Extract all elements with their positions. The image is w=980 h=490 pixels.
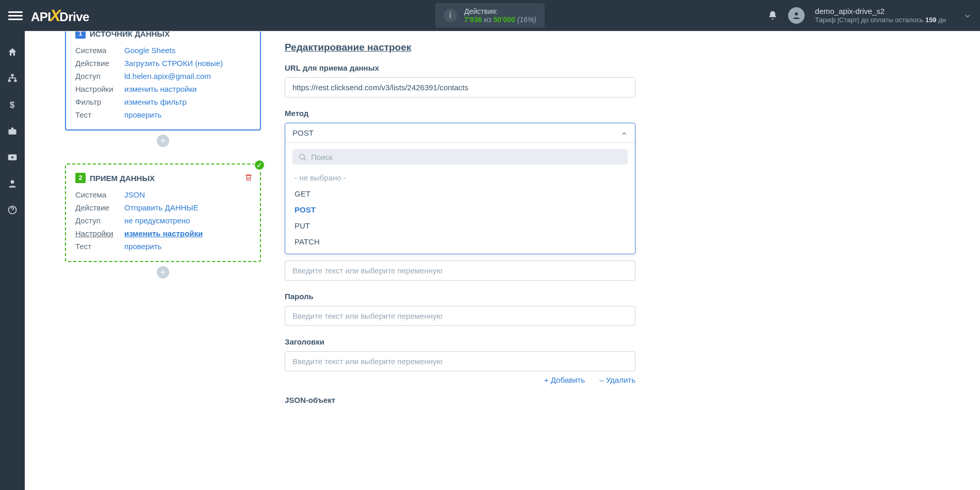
- info-icon: i: [444, 9, 457, 22]
- header: APIXDrive i Действия: 7'936 из 50'000 (1…: [0, 0, 980, 31]
- briefcase-icon[interactable]: [7, 124, 18, 136]
- delete-header-button[interactable]: – Удалить: [599, 375, 635, 384]
- svg-rect-5: [9, 129, 17, 134]
- dest-access[interactable]: не предусмотрено: [124, 216, 190, 225]
- source-action[interactable]: Загрузить СТРОКИ (новые): [124, 59, 223, 68]
- actions-value: 7'936 из 50'000 (16%): [464, 15, 536, 24]
- headers-input[interactable]: [285, 351, 635, 371]
- dest-title: 2 ПРИЕМ ДАННЫХ: [75, 173, 251, 183]
- method-option[interactable]: PUT: [292, 218, 628, 234]
- svg-rect-3: [14, 79, 17, 81]
- dest-settings[interactable]: изменить настройки: [124, 229, 203, 238]
- svg-text:$: $: [10, 100, 15, 110]
- dropdown-search[interactable]: [292, 149, 628, 165]
- dest-action[interactable]: Отправить ДАННЫЕ: [124, 203, 199, 212]
- menu-icon[interactable]: [8, 9, 23, 22]
- svg-point-7: [11, 180, 14, 184]
- add-header-button[interactable]: + Добавить: [544, 375, 585, 384]
- help-icon[interactable]: [7, 203, 18, 215]
- dest-system[interactable]: JSON: [124, 190, 145, 199]
- user-plan: Тариф |Старт| до оплаты осталось 159 дн: [815, 16, 946, 25]
- url-label: URL для приема данных: [285, 63, 635, 72]
- sidebar: $: [0, 31, 25, 490]
- svg-rect-1: [11, 74, 14, 76]
- check-icon: ✓: [254, 159, 265, 171]
- password-input[interactable]: [285, 306, 635, 326]
- home-icon[interactable]: [7, 45, 18, 57]
- login-input[interactable]: [285, 260, 635, 281]
- actions-counter[interactable]: i Действия: 7'936 из 50'000 (16%): [435, 3, 545, 28]
- dropdown-search-input[interactable]: [311, 153, 622, 161]
- password-label: Пароль: [285, 292, 635, 301]
- user-name: demo_apix-drive_s2: [815, 6, 946, 17]
- delete-icon[interactable]: [244, 172, 253, 183]
- settings-panel: Редактирование настроек URL для приема д…: [267, 31, 980, 490]
- user-icon[interactable]: [7, 177, 18, 189]
- actions-label: Действия:: [464, 7, 536, 15]
- add-step-button[interactable]: +: [157, 135, 169, 147]
- method-option[interactable]: GET: [292, 186, 628, 202]
- json-label: JSON-объект: [285, 396, 635, 404]
- source-system[interactable]: Google Sheets: [124, 46, 175, 55]
- chevron-up-icon: [620, 128, 628, 137]
- section-title: Редактирование настроек: [285, 42, 635, 53]
- method-label: Метод: [285, 109, 635, 118]
- user-info[interactable]: demo_apix-drive_s2 Тариф |Старт| до опла…: [815, 6, 946, 25]
- source-title: 1 ИСТОЧНИК ДАННЫХ: [75, 31, 251, 39]
- dest-test[interactable]: проверить: [124, 242, 161, 251]
- source-card[interactable]: 1 ИСТОЧНИК ДАННЫХ СистемаGoogle Sheets Д…: [65, 31, 261, 130]
- method-option[interactable]: PATCH: [292, 234, 628, 250]
- svg-point-0: [795, 12, 798, 15]
- add-step-button[interactable]: +: [157, 266, 169, 279]
- search-icon: [299, 152, 307, 161]
- source-access[interactable]: ld.helen.apix@gmail.com: [124, 72, 211, 80]
- youtube-icon[interactable]: [7, 151, 18, 162]
- method-option[interactable]: POST: [292, 202, 628, 218]
- destination-card[interactable]: ✓ 2 ПРИЕМ ДАННЫХ СистемаJSON ДействиеОтп…: [65, 164, 261, 262]
- svg-point-9: [300, 154, 304, 159]
- source-settings[interactable]: изменить настройки: [124, 85, 197, 93]
- url-input[interactable]: [285, 77, 635, 97]
- source-test[interactable]: проверить: [124, 110, 161, 119]
- source-filter[interactable]: изменить фильтр: [124, 97, 187, 106]
- pipeline-column: 1 ИСТОЧНИК ДАННЫХ СистемаGoogle Sheets Д…: [25, 31, 267, 490]
- main: 1 ИСТОЧНИК ДАННЫХ СистемаGoogle Sheets Д…: [25, 31, 980, 490]
- method-option[interactable]: - не выбрано -: [292, 170, 628, 186]
- dollar-icon[interactable]: $: [7, 98, 18, 110]
- bell-icon[interactable]: [767, 10, 778, 21]
- headers-label: Заголовки: [285, 337, 635, 346]
- avatar[interactable]: [788, 7, 805, 24]
- method-dropdown: POST - не выбрано - GET POST PUT PATCH: [285, 123, 635, 254]
- sitemap-icon[interactable]: [7, 72, 18, 84]
- method-select[interactable]: POST: [285, 123, 635, 143]
- chevron-down-icon[interactable]: [963, 11, 972, 20]
- svg-rect-2: [8, 79, 11, 81]
- logo[interactable]: APIXDrive: [31, 6, 89, 25]
